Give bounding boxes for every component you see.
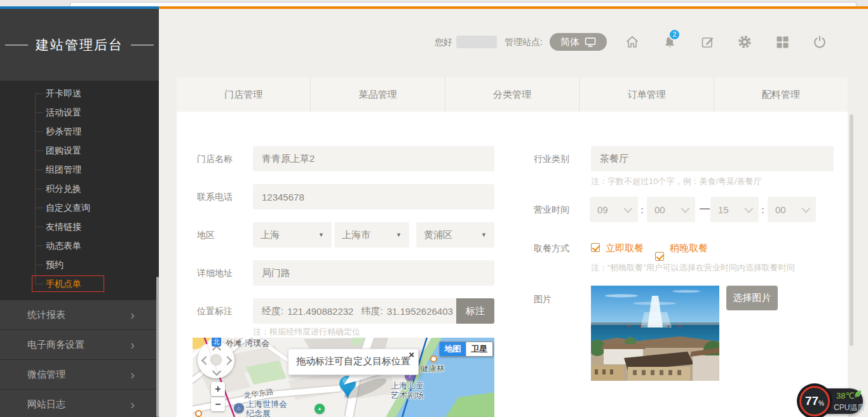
province-value: 上海 (261, 229, 280, 241)
sidebar-item-teambuy[interactable]: 组团管理 (0, 160, 159, 179)
time-colon: : (761, 204, 764, 215)
sidebar-section-stats[interactable]: 统计报表 › (0, 300, 159, 329)
cpu-usage-gauge[interactable]: 77 % (797, 383, 832, 417)
section-label: 微信管理 (27, 369, 65, 381)
store-name-label: 门店名称 (197, 154, 233, 165)
home-icon[interactable] (625, 34, 640, 50)
pan-left-icon[interactable] (201, 356, 210, 365)
map-type-satellite-button[interactable]: 卫星 (466, 342, 492, 356)
map-canvas[interactable]: 外滩·湾璞会 健康林 龙华东路 上海世博会纪念展 上海儿童艺术剧场 ⌂ ▲ ♪ … (193, 338, 494, 417)
store-photo (591, 286, 719, 381)
sidebar-section-ecommerce[interactable]: 电子商务设置 › (0, 329, 159, 359)
chevron-right-icon: › (130, 338, 135, 351)
sidebar-section-wechat[interactable]: 微信管理 › (0, 359, 159, 389)
map-tooltip-text: 拖动标注可自定义目标位置 (288, 355, 418, 367)
sidebar-item-card-gift[interactable]: 开卡即送 (0, 84, 159, 103)
tab-dish-management[interactable]: 菜品管理 (311, 77, 445, 112)
sidebar-item-reservation[interactable]: 预约 (0, 255, 159, 274)
compass-knob[interactable] (210, 354, 222, 366)
museum-poi-icon: ⌂ (234, 403, 244, 413)
pickup-now-label[interactable]: 立即取餐 (606, 242, 644, 255)
dropdown-arrow-icon: ▼ (396, 232, 402, 238)
pickup-now-checkbox[interactable] (591, 243, 600, 252)
pan-right-icon[interactable] (223, 356, 232, 365)
choose-image-button[interactable]: 选择图片 (726, 286, 778, 310)
chevron-right-icon: › (130, 308, 135, 321)
chevron-down-icon (623, 204, 632, 213)
phone-input[interactable]: 12345678 (253, 184, 494, 209)
map-zoom-out-button[interactable]: − (211, 397, 225, 411)
time-colon: : (641, 204, 644, 215)
map-label-bund: 外滩·湾璞会 (226, 338, 269, 349)
notification-badge: 2 (668, 29, 681, 41)
close-minute-select[interactable]: 00 (768, 197, 816, 222)
cpu-temperature: 38℃ (836, 391, 855, 400)
sidebar-item-links[interactable]: 友情链接 (0, 217, 159, 236)
dropdown-arrow-icon: ▼ (481, 232, 487, 238)
store-name-input[interactable]: 青青原上草2 (253, 146, 494, 171)
tooltip-close-icon[interactable]: × (409, 350, 414, 359)
pickup-later-checkbox[interactable] (655, 252, 664, 261)
sidebar-item-activity[interactable]: 活动设置 (0, 103, 159, 122)
sidebar-item-flashsale[interactable]: 秒杀管理 (0, 122, 159, 141)
content-scrollbar[interactable] (850, 114, 853, 346)
sidebar-sections: 统计报表 › 电子商务设置 › 微信管理 › 网站日志 › (0, 300, 159, 417)
industry-note: 注：字数不超过10个字，例：美食/粤菜/茶餐厅 (591, 176, 762, 187)
tab-order-management[interactable]: 订单管理 (580, 77, 714, 112)
pan-up-icon[interactable] (212, 345, 221, 354)
close-hour-select[interactable]: 15 (710, 197, 759, 222)
sidebar-title: 建站管理后台 (0, 9, 159, 81)
open-hour-value: 09 (597, 204, 608, 215)
phone-label: 联系电话 (197, 192, 233, 203)
sidebar-submenu: 开卡即送 活动设置 秒杀管理 团购设置 组团管理 积分兑换 自定义查询 友情链接… (0, 84, 159, 293)
sidebar-item-points[interactable]: 积分兑换 (0, 179, 159, 198)
language-label: 简体 (560, 36, 580, 48)
sidebar-item-mobile-order[interactable]: 手机点单 (0, 274, 159, 293)
map-label-expo: 上海世博会纪念展 (246, 399, 287, 417)
user-name-redacted (456, 36, 497, 48)
chevron-down-icon (801, 204, 810, 213)
poi-dot (195, 410, 202, 417)
greeting-text: 您好 (435, 37, 452, 48)
district-select[interactable]: 黄浦区 ▼ (416, 222, 494, 248)
section-label: 网站日志 (27, 399, 65, 411)
open-minute-select[interactable]: 00 (647, 197, 695, 222)
sidebar-item-custom-query[interactable]: 自定义查询 (0, 198, 159, 217)
apps-grid-icon[interactable] (775, 34, 790, 50)
map-pan-compass[interactable] (198, 341, 234, 378)
pickup-later-label[interactable]: 稍晚取餐 (670, 242, 708, 255)
lat-label: 纬度: (361, 305, 383, 317)
sidebar-item-groupbuy[interactable]: 团购设置 (0, 141, 159, 160)
location-input[interactable]: 经度: 121.490882232 纬度: 31.1952626403 (253, 298, 456, 324)
map-type-toggle: 地图 卫星 (439, 341, 493, 357)
language-switcher[interactable]: 简体 (550, 33, 607, 51)
open-hour-select[interactable]: 09 (590, 197, 638, 222)
module-tabs: 门店管理 菜品管理 分类管理 订单管理 配料管理 (177, 77, 848, 112)
address-input[interactable]: 局门路 (253, 260, 494, 286)
sidebar-scrollbar[interactable] (156, 277, 159, 417)
tab-store-management[interactable]: 门店管理 (177, 77, 311, 112)
map-type-map-button[interactable]: 地图 (440, 342, 466, 356)
location-note: 注：根据经纬度进行精确定位 (253, 326, 360, 338)
province-select[interactable]: 上海 ▼ (253, 222, 332, 248)
address-label: 详细地址 (197, 268, 233, 279)
sidebar-item-dynamic-form[interactable]: 动态表单 (0, 236, 159, 255)
north-indicator: 北 (212, 338, 221, 347)
tab-ingredient-management[interactable]: 配料管理 (714, 77, 848, 112)
settings-gear-icon[interactable] (737, 34, 752, 50)
map-label-theater: 上海儿童艺术剧场 (391, 381, 424, 400)
map-tooltip: 拖动标注可自定义目标位置 × (288, 348, 419, 375)
hours-label: 营业时间 (534, 204, 569, 216)
manage-site-label: 管理站点: (505, 37, 543, 48)
open-minute-value: 00 (654, 204, 665, 215)
power-icon[interactable] (812, 34, 827, 50)
industry-input[interactable]: 茶餐厅 (591, 146, 834, 171)
sidebar-section-logs[interactable]: 网站日志 › (0, 389, 159, 417)
map-zoom-in-button[interactable]: + (211, 382, 225, 396)
tab-category-management[interactable]: 分类管理 (445, 77, 580, 112)
city-select[interactable]: 上海市 ▼ (334, 222, 409, 248)
edit-icon[interactable] (700, 34, 715, 50)
mark-location-button[interactable]: 标注 (456, 298, 494, 324)
pan-down-icon[interactable] (212, 367, 221, 376)
industry-label: 行业类别 (534, 154, 569, 165)
